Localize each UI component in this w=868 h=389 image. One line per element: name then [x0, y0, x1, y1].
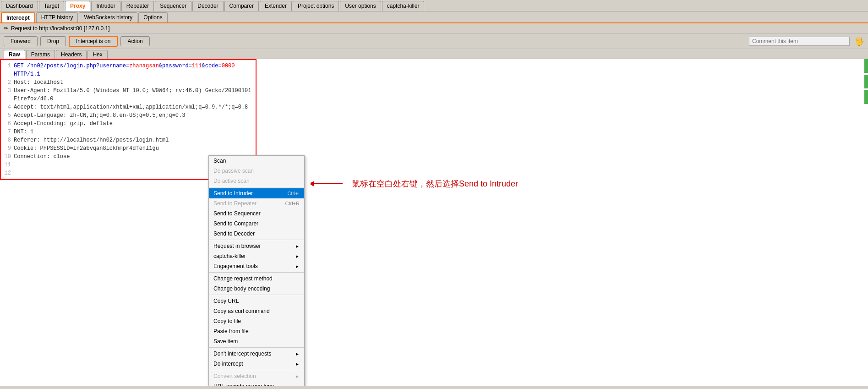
- drop-button[interactable]: Drop: [40, 36, 66, 46]
- arrow-svg: [311, 179, 347, 188]
- request-line-1: 1 GET /hn02/posts/login.php?username=zha…: [3, 62, 254, 78]
- intercept-button[interactable]: Intercept is on: [69, 36, 118, 47]
- tab-target[interactable]: Target: [39, 1, 64, 11]
- separator-6: [209, 370, 304, 370]
- menu-item-active-scan[interactable]: Do active scan: [209, 176, 304, 186]
- tab-intruder[interactable]: Intruder: [91, 1, 120, 11]
- tab-captcha-killer[interactable]: captcha-killer: [382, 1, 425, 11]
- separator-1: [209, 187, 304, 187]
- menu-item-change-body-encoding[interactable]: Change body encoding: [209, 284, 304, 294]
- sub-tab-options[interactable]: Options: [138, 12, 167, 22]
- context-menu: Scan Do passive scan Do active scan Send…: [208, 155, 305, 386]
- tab-extender[interactable]: Extender: [260, 1, 292, 11]
- menu-item-dont-intercept[interactable]: Don't intercept requests ►: [209, 349, 304, 359]
- request-line-3: 3 User-Agent: Mozilla/5.0 (Windows NT 10…: [3, 87, 254, 103]
- request-line-4: 4 Accept: text/html,application/xhtml+xm…: [3, 103, 254, 111]
- tab-dashboard[interactable]: Dashboard: [1, 1, 38, 11]
- request-line-8: 8 Referer: http://localhost/hn02/posts/l…: [3, 136, 254, 144]
- tab-proxy[interactable]: Proxy: [65, 1, 90, 11]
- content-tab-headers[interactable]: Headers: [56, 50, 87, 59]
- pencil-icon: ✏: [4, 25, 8, 32]
- menu-item-convert-selection[interactable]: Convert selection ►: [209, 371, 304, 381]
- menu-item-request-in-browser[interactable]: Request in browser ►: [209, 241, 304, 251]
- panel-indicator-1: [864, 59, 868, 73]
- request-line-5: 5 Accept-Language: zh-CN,zh;q=0.8,en-US;…: [3, 111, 254, 120]
- tab-sequencer[interactable]: Sequencer: [155, 1, 191, 11]
- menu-item-send-comparer[interactable]: Send to Comparer: [209, 219, 304, 229]
- panel-indicator-2: [864, 75, 868, 88]
- request-line-2: 2 Host: localhost: [3, 78, 254, 87]
- separator-5: [209, 347, 304, 348]
- menu-item-scan[interactable]: Scan: [209, 156, 304, 166]
- forward-button[interactable]: Forward: [4, 36, 38, 46]
- menu-item-save-item[interactable]: Save item: [209, 336, 304, 346]
- comment-input[interactable]: [749, 37, 850, 46]
- toolbar: Forward Drop Intercept is on Action 🖐: [0, 34, 868, 49]
- info-bar: ✏ Request to http://localhost:80 [127.0.…: [0, 23, 868, 34]
- request-line-6: 6 Accept-Encoding: gzip, deflate: [3, 120, 254, 128]
- request-info-text: Request to http://localhost:80 [127.0.0.…: [11, 25, 109, 32]
- separator-4: [209, 295, 304, 295]
- top-nav: Dashboard Target Proxy Intruder Repeater…: [0, 0, 868, 11]
- tab-project-options[interactable]: Project options: [293, 1, 339, 11]
- tab-comparer[interactable]: Comparer: [224, 1, 259, 11]
- sub-tab-websockets-history[interactable]: WebSockets history: [79, 12, 137, 22]
- separator-3: [209, 272, 304, 273]
- menu-item-do-intercept[interactable]: Do intercept ►: [209, 359, 304, 369]
- menu-item-send-decoder[interactable]: Send to Decoder: [209, 229, 304, 239]
- menu-item-url-encode[interactable]: URL-encode as you type: [209, 381, 304, 386]
- menu-item-passive-scan[interactable]: Do passive scan: [209, 166, 304, 176]
- arrow-annotation: 鼠标在空白处右键，然后选择Send to Intruder: [311, 178, 518, 189]
- menu-item-engagement-tools[interactable]: Engagement tools ►: [209, 261, 304, 271]
- menu-item-send-repeater[interactable]: Send to Repeater Ctrl+R: [209, 198, 304, 208]
- hand-icon: 🖐: [854, 36, 864, 46]
- editor-area: 1 GET /hn02/posts/login.php?username=zha…: [0, 59, 868, 386]
- tab-decoder[interactable]: Decoder: [192, 1, 223, 11]
- sub-tab-intercept[interactable]: Intercept: [1, 12, 35, 22]
- panel-indicator-3: [864, 90, 868, 104]
- content-tab-params[interactable]: Params: [26, 50, 55, 59]
- menu-item-send-intruder[interactable]: Send to Intruder Ctrl+I: [209, 188, 304, 198]
- menu-item-copy-curl[interactable]: Copy as curl command: [209, 306, 304, 316]
- right-panel: [864, 59, 868, 386]
- action-button[interactable]: Action: [120, 36, 149, 46]
- content-tab-raw[interactable]: Raw: [4, 50, 25, 59]
- menu-item-send-sequencer[interactable]: Send to Sequencer: [209, 208, 304, 219]
- menu-item-change-request-method[interactable]: Change request method: [209, 274, 304, 284]
- menu-item-paste-from-file[interactable]: Paste from file: [209, 326, 304, 336]
- sub-tab-http-history[interactable]: HTTP history: [36, 12, 78, 22]
- menu-item-copy-to-file[interactable]: Copy to file: [209, 316, 304, 326]
- content-tabs: Raw Params Headers Hex: [0, 49, 868, 59]
- menu-item-captcha-killer[interactable]: captcha-killer ►: [209, 251, 304, 261]
- content-tab-hex[interactable]: Hex: [87, 50, 107, 59]
- separator-2: [209, 240, 304, 240]
- tab-user-options[interactable]: User options: [340, 1, 381, 11]
- annotation-text: 鼠标在空白处右键，然后选择Send to Intruder: [352, 178, 518, 189]
- request-line-9: 9 Cookie: PHPSESSID=in2abvqan8ickhmpr4df…: [3, 144, 254, 153]
- request-line-7: 7 DNT: 1: [3, 128, 254, 136]
- sub-nav: Intercept HTTP history WebSockets histor…: [0, 11, 868, 23]
- tab-repeater[interactable]: Repeater: [121, 1, 154, 11]
- menu-item-copy-url[interactable]: Copy URL: [209, 296, 304, 306]
